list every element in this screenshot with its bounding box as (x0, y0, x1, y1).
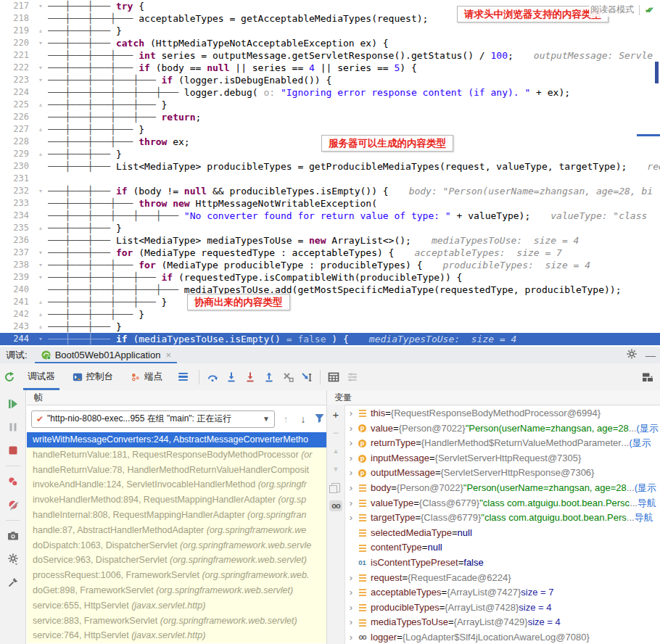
fold-marker-icon[interactable]: ▿ (33, 259, 48, 271)
pause-button[interactable] (5, 419, 21, 435)
tab-console[interactable]: 控制台 (64, 364, 123, 390)
fold-marker-icon[interactable]: ▵ (33, 99, 48, 111)
line-number[interactable]: 228 (0, 136, 33, 148)
fold-marker-icon[interactable]: ▵ (33, 308, 48, 321)
fold-marker-icon[interactable]: ▵ (33, 148, 48, 160)
session-tab[interactable]: Boot05Web01Application × (35, 347, 177, 363)
scrollbar-thumb[interactable] (655, 62, 659, 83)
stop-button[interactable] (5, 442, 21, 458)
fold-marker-icon[interactable]: ▿ (33, 247, 48, 259)
step-into-button[interactable] (222, 368, 241, 387)
variable-row[interactable]: selectedMediaType = null (345, 526, 660, 541)
stack-frame[interactable]: doService:963, DispatcherServlet (org.sp… (27, 553, 326, 568)
line-number[interactable]: 235 (0, 222, 33, 234)
fold-marker-icon[interactable]: ▿ (33, 62, 48, 74)
expand-chevron-icon[interactable]: › (345, 571, 357, 586)
view-breakpoints-button[interactable] (5, 474, 21, 490)
variable-row[interactable]: ›body = {Person@7022} "Person(userName=z… (345, 481, 660, 496)
line-number[interactable]: 227 (0, 123, 33, 136)
view-options-menu-icon[interactable] (171, 373, 195, 381)
step-over-button[interactable] (203, 368, 222, 387)
variable-row[interactable]: ›valueType = {Class@6779} "class com.atg… (345, 496, 660, 511)
next-frame-button[interactable]: ↓ (297, 413, 310, 425)
previous-frame-button[interactable]: ↑ (279, 413, 292, 425)
pin-icon[interactable] (5, 574, 21, 590)
close-icon[interactable]: × (164, 350, 171, 360)
step-out-button[interactable] (260, 368, 279, 387)
drop-frame-button[interactable] (279, 368, 297, 387)
stack-frame[interactable]: processRequest:1006, FrameworkServlet (o… (27, 568, 326, 583)
stack-frame[interactable]: handle:87, AbstractHandlerMethodAdapter … (27, 523, 326, 538)
move-down-button[interactable]: ▼ (329, 463, 342, 475)
line-number[interactable]: 229 (0, 148, 33, 160)
debug-settings-gear-icon[interactable] (5, 551, 21, 567)
line-number[interactable]: 223 (0, 74, 33, 86)
restore-layout-button[interactable] (638, 368, 657, 387)
expand-chevron-icon[interactable]: › (345, 421, 357, 437)
value-link[interactable]: (显示 (637, 421, 659, 437)
variable-row[interactable]: 01isContentTypePreset = false (345, 556, 660, 571)
line-number[interactable]: 220 (0, 37, 33, 49)
fold-marker-icon[interactable]: ▿ (33, 333, 48, 345)
line-number[interactable]: 230 (0, 160, 33, 173)
line-number[interactable]: 219 (0, 25, 33, 37)
fold-marker-icon[interactable]: ▿ (33, 271, 48, 284)
fold-marker-icon[interactable]: ▿ (33, 37, 48, 49)
variable-row[interactable]: ›oologger = {LogAdapter$Slf4jLocationAwa… (345, 630, 660, 644)
rerun-button[interactable] (0, 368, 19, 387)
variable-row[interactable]: contentType = null (345, 540, 660, 556)
duplicate-watch-button[interactable] (329, 482, 342, 493)
run-to-cursor-button[interactable] (297, 368, 316, 387)
line-number[interactable]: 226 (0, 111, 33, 123)
line-number[interactable]: 244 (0, 333, 33, 345)
variable-row[interactable]: ›pinputMessage = {ServletServerHttpReque… (345, 451, 660, 466)
line-number[interactable]: 243 (0, 321, 33, 333)
expand-chevron-icon[interactable]: › (345, 406, 357, 421)
code-editor[interactable]: 217▿───┼───┼─── try {218───┼───┼───┼─── … (0, 0, 660, 347)
inspections-ok-icon[interactable]: ✔✔ (645, 5, 654, 15)
line-number[interactable]: 221 (0, 49, 33, 62)
stack-frame[interactable]: handleReturnValue:78, HandlerMethodRetur… (27, 463, 326, 478)
variable-row[interactable]: ›producibleTypes = {ArrayList@7428} size… (345, 600, 660, 616)
line-number[interactable]: 225 (0, 99, 33, 111)
settings-gear-icon[interactable] (622, 349, 641, 361)
expand-chevron-icon[interactable]: › (345, 511, 357, 526)
expand-chevron-icon[interactable]: › (345, 481, 357, 496)
line-number[interactable]: 239 (0, 271, 33, 284)
fold-marker-icon[interactable]: ▵ (33, 123, 48, 136)
stack-frame[interactable]: invokeAndHandle:124, ServletInvocableHan… (27, 477, 326, 492)
layout-settings-button[interactable] (343, 368, 362, 387)
resume-button[interactable] (5, 396, 21, 412)
force-step-into-button[interactable] (241, 368, 260, 387)
value-link[interactable]: 导航 (638, 496, 656, 511)
variable-row[interactable]: ›targetType = {Class@6779} "class com.at… (345, 511, 660, 526)
line-number[interactable]: 238 (0, 259, 33, 271)
line-number[interactable]: 218 (0, 12, 33, 25)
camera-icon[interactable] (5, 528, 21, 544)
move-up-button[interactable]: ▲ (329, 445, 342, 457)
add-watch-button[interactable]: + (329, 409, 342, 421)
line-number[interactable]: 233 (0, 197, 33, 210)
fold-marker-icon[interactable]: ▵ (33, 25, 48, 37)
value-link[interactable]: (显示 (629, 436, 651, 451)
line-number[interactable]: 232 (0, 185, 33, 197)
fold-marker-icon[interactable]: ▵ (33, 321, 48, 333)
line-number[interactable]: 237 (0, 247, 33, 259)
stack-frame[interactable]: service:655, HttpServlet (javax.servlet.… (27, 598, 326, 614)
expand-chevron-icon[interactable]: › (345, 630, 357, 644)
expand-chevron-icon[interactable]: › (345, 585, 357, 600)
fold-marker-icon[interactable]: ▵ (33, 296, 48, 308)
show-watches-toggle[interactable]: oo (329, 500, 342, 511)
stack-frame[interactable]: handleInternal:808, RequestMappingHandle… (27, 508, 326, 523)
line-number[interactable]: 234 (0, 210, 33, 222)
filter-frames-button[interactable] (314, 413, 325, 426)
expand-chevron-icon[interactable]: › (345, 615, 357, 630)
variable-row[interactable]: ›mediaTypesToUse = {ArrayList@7429} size… (345, 615, 660, 630)
evaluate-expression-button[interactable] (324, 368, 343, 387)
expand-chevron-icon[interactable]: › (345, 466, 357, 481)
fold-marker-icon[interactable]: ▿ (33, 0, 48, 12)
tab-endpoints[interactable]: 端点 (122, 364, 171, 390)
stack-frame[interactable]: doGet:898, FrameworkServlet (org.springf… (27, 583, 326, 598)
value-link[interactable]: 导航 (635, 511, 653, 526)
hide-panel-icon[interactable]: — (641, 350, 660, 361)
